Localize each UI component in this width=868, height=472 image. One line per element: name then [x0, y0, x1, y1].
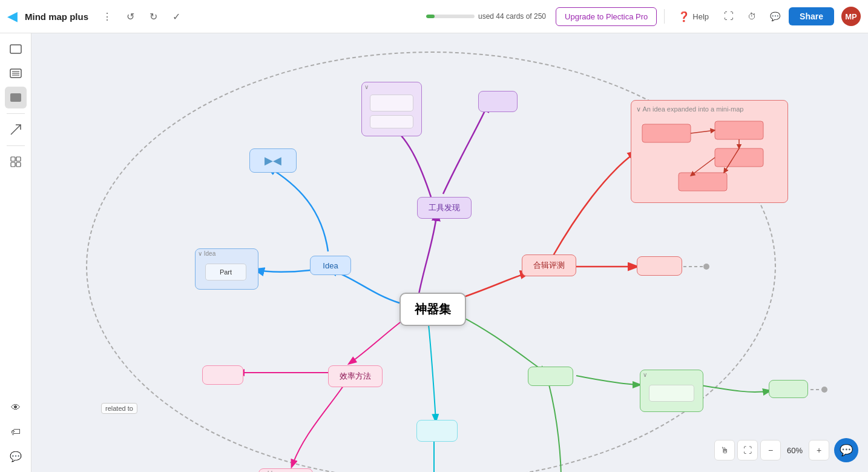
help-circle-icon: ❓ — [678, 11, 690, 22]
svg-rect-18 — [715, 148, 763, 167]
svg-line-6 — [11, 125, 21, 135]
idea-group-left[interactable]: ∨ Idea Part — [195, 248, 258, 290]
help-label: Help — [692, 12, 709, 21]
undo-button[interactable]: ↺ — [121, 7, 139, 25]
grid-tool-button[interactable] — [5, 151, 27, 173]
cards-text: used 44 cards of 250 — [478, 12, 546, 21]
canvas-inner: 神器集 ▶◀ ∨ Idea Part Idea ∨ 工具发现 — [31, 33, 868, 472]
mini-map-svg — [636, 118, 781, 197]
fullscreen-control-button[interactable]: ⛶ — [737, 440, 758, 460]
chat-floating-button[interactable]: 💬 — [834, 438, 858, 462]
tools-node[interactable]: 工具发现 — [417, 197, 472, 219]
cards-progress-bar — [426, 15, 475, 18]
sidebar-divider-2 — [7, 145, 25, 146]
part-label: Part — [220, 268, 232, 276]
canvas: 神器集 ▶◀ ∨ Idea Part Idea ∨ 工具发现 — [31, 33, 868, 472]
mouse-mode-button[interactable]: 🖱 — [714, 440, 735, 460]
mini-map-chevron: ∨ — [636, 105, 642, 113]
mini-map-title: An idea expanded into a mini-map — [642, 105, 743, 113]
svg-rect-19 — [679, 173, 727, 191]
svg-rect-7 — [11, 157, 15, 161]
purple-group-top[interactable]: ∨ — [361, 82, 422, 136]
left-pink-node[interactable] — [202, 365, 243, 385]
svg-rect-16 — [642, 124, 691, 142]
share-button[interactable]: Share — [789, 7, 834, 25]
comments-sidebar-button[interactable]: 💬 — [5, 445, 27, 467]
svg-point-12 — [703, 264, 709, 270]
svg-point-14 — [821, 387, 827, 393]
redo-button[interactable]: ↻ — [144, 7, 162, 25]
efficiency-label: 效率方法 — [340, 371, 371, 382]
center-node[interactable]: 神器集 — [399, 293, 466, 326]
part-inner-node[interactable]: Part — [205, 264, 246, 281]
svg-rect-0 — [10, 45, 21, 53]
arrows-svg — [31, 33, 868, 472]
check-button[interactable]: ✓ — [167, 7, 185, 25]
topbar: ◀ Mind map plus ⋮ ↺ ↻ ✓ used 44 cards of… — [0, 0, 868, 33]
app-title: Mind map plus — [25, 12, 88, 22]
zoom-in-button[interactable]: + — [809, 440, 829, 460]
zoom-level: 60% — [783, 446, 806, 455]
svg-rect-5 — [10, 93, 21, 102]
efficiency-node[interactable]: 效率方法 — [328, 365, 383, 387]
arrow-tool-button[interactable] — [5, 119, 27, 141]
svg-rect-17 — [715, 121, 763, 139]
sidebar: 👁 🏷 💬 — [0, 33, 31, 472]
svg-rect-9 — [11, 162, 15, 167]
sidebar-divider — [7, 113, 25, 114]
purple-group-chevron: ∨ — [364, 84, 369, 90]
green-right-node[interactable] — [769, 380, 808, 398]
cards-indicator: used 44 cards of 250 — [426, 12, 546, 21]
mini-map-container[interactable]: ∨ An idea expanded into a mini-map — [631, 100, 788, 203]
tools-label: 工具发现 — [429, 202, 460, 213]
green-group[interactable]: ∨ — [640, 370, 703, 412]
help-button[interactable]: ❓ Help — [672, 7, 715, 26]
svg-rect-8 — [16, 157, 21, 161]
card-tool-button[interactable] — [5, 38, 27, 60]
upgrade-button[interactable]: Upgrade to Plectica Pro — [556, 7, 657, 26]
bottom-controls: 🖱 ⛶ − 60% + 💬 — [714, 438, 858, 462]
green-node-1[interactable] — [528, 367, 573, 386]
comment-button[interactable]: 💬 — [766, 7, 784, 25]
visibility-button[interactable]: 👁 — [5, 397, 27, 419]
top-left-blue-node[interactable]: ▶◀ — [249, 148, 297, 173]
cyan-node[interactable] — [416, 420, 458, 442]
cards-progress-fill — [426, 15, 435, 18]
label-tag: related to — [101, 403, 137, 414]
editor-node[interactable]: 合辑评测 — [522, 254, 576, 276]
avatar[interactable]: MP — [841, 7, 861, 26]
label-tag-text: related to — [105, 405, 133, 412]
tags-button[interactable]: 🏷 — [5, 421, 27, 443]
history-button[interactable]: ⏱ — [743, 7, 761, 25]
fullscreen-button[interactable]: ⛶ — [720, 7, 738, 25]
topbar-divider — [664, 9, 665, 24]
green-group-chevron: ∨ — [643, 371, 647, 378]
center-node-label: 神器集 — [415, 301, 451, 317]
logo-icon: ◀ — [7, 8, 18, 24]
svg-rect-10 — [16, 162, 21, 167]
idea-node-center[interactable]: Idea — [310, 256, 351, 275]
idea3-group[interactable]: ∨ Idea — [258, 468, 313, 472]
block-tool-button[interactable] — [5, 87, 27, 108]
idea-group-chevron: ∨ Idea — [198, 250, 215, 257]
menu-button[interactable]: ⋮ — [98, 7, 116, 25]
editor-label: 合辑评测 — [533, 260, 565, 271]
top-right-purple-node[interactable] — [478, 91, 518, 112]
red-right-node[interactable] — [637, 256, 682, 276]
list-tool-button[interactable] — [5, 62, 27, 84]
zoom-out-button[interactable]: − — [760, 440, 781, 460]
idea-label: Idea — [323, 261, 338, 270]
